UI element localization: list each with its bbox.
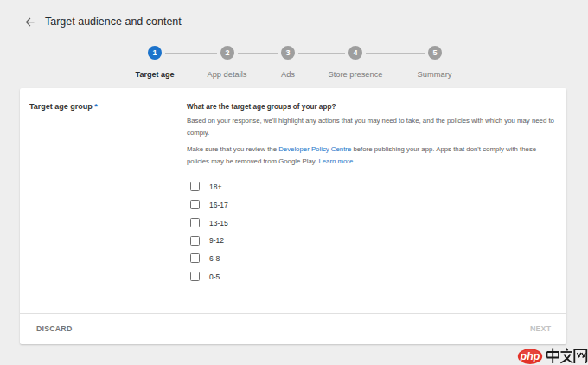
svg-text:php: php — [520, 350, 540, 362]
